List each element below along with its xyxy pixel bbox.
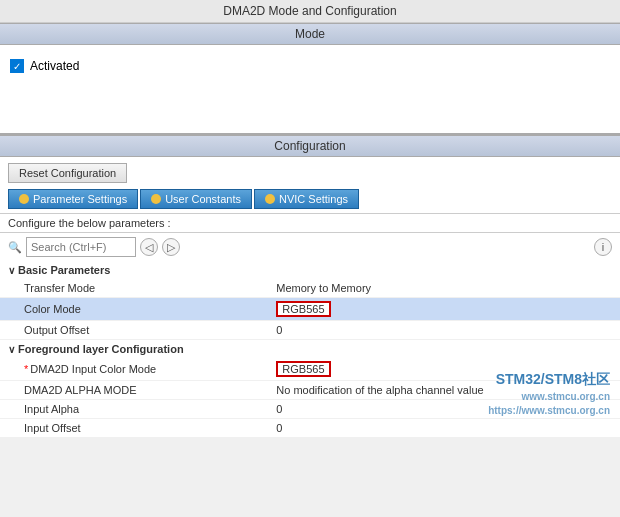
tab-user-constants[interactable]: User Constants <box>140 189 252 209</box>
tab-label-user-constants: User Constants <box>165 193 241 205</box>
param-name: Output Offset <box>0 321 252 340</box>
watermark: STM32/STM8社区 www.stmcu.org.cn https://ww… <box>488 370 610 418</box>
param-value-box: RGB565 <box>276 301 330 317</box>
next-arrow-button[interactable]: ▷ <box>162 238 180 256</box>
tab-label-parameter-settings: Parameter Settings <box>33 193 127 205</box>
info-icon[interactable]: i <box>594 238 612 256</box>
param-value-box: RGB565 <box>276 361 330 377</box>
reset-configuration-button[interactable]: Reset Configuration <box>8 163 127 183</box>
table-row: Input Offset0 <box>0 419 620 438</box>
config-section: Reset Configuration Parameter Settings U… <box>0 157 620 438</box>
watermark-url: https://www.stmcu.org.cn <box>488 404 610 418</box>
search-icon: 🔍 <box>8 241 22 254</box>
group-toggle[interactable]: ∨ <box>8 265 15 276</box>
search-row: 🔍 ◁ ▷ i <box>0 233 620 261</box>
activated-label: Activated <box>30 59 79 73</box>
reset-button-wrap: Reset Configuration <box>0 157 620 189</box>
tab-dot-user-constants <box>151 194 161 204</box>
mode-section-header: Mode <box>0 23 620 45</box>
param-name: Transfer Mode <box>0 279 252 298</box>
tab-label-nvic-settings: NVIC Settings <box>279 193 348 205</box>
page-title: DMA2D Mode and Configuration <box>0 0 620 23</box>
param-value: Memory to Memory <box>252 279 620 298</box>
activated-checkbox[interactable]: ✓ <box>10 59 24 73</box>
config-section-header: Configuration <box>0 135 620 157</box>
param-value: RGB565 <box>252 298 620 321</box>
param-value: 0 <box>252 419 620 438</box>
tab-dot-parameter-settings <box>19 194 29 204</box>
tabs-row: Parameter Settings User Constants NVIC S… <box>0 189 620 213</box>
param-name: DMA2D ALPHA MODE <box>0 381 252 400</box>
tab-dot-nvic-settings <box>265 194 275 204</box>
tab-nvic-settings[interactable]: NVIC Settings <box>254 189 359 209</box>
param-name: Input Alpha <box>0 400 252 419</box>
params-area: ∨Basic ParametersTransfer ModeMemory to … <box>0 261 620 438</box>
group-header-basic-parameters: ∨Basic Parameters <box>0 261 620 279</box>
prev-arrow-button[interactable]: ◁ <box>140 238 158 256</box>
param-name: *DMA2D Input Color Mode <box>0 358 252 381</box>
configure-text: Configure the below parameters : <box>0 213 620 233</box>
watermark-line2: www.stmcu.org.cn <box>488 390 610 404</box>
table-row: Color ModeRGB565 <box>0 298 620 321</box>
param-name: Input Offset <box>0 419 252 438</box>
search-input[interactable] <box>26 237 136 257</box>
table-row: Output Offset0 <box>0 321 620 340</box>
group-toggle[interactable]: ∨ <box>8 344 15 355</box>
mode-section: ✓ Activated <box>0 45 620 135</box>
tab-parameter-settings[interactable]: Parameter Settings <box>8 189 138 209</box>
param-name: Color Mode <box>0 298 252 321</box>
group-header-foreground-layer-config: ∨Foreground layer Configuration <box>0 340 620 359</box>
watermark-line1: STM32/STM8社区 <box>488 370 610 390</box>
param-value: 0 <box>252 321 620 340</box>
required-asterisk: * <box>24 363 28 375</box>
table-row: Transfer ModeMemory to Memory <box>0 279 620 298</box>
activated-row: ✓ Activated <box>10 59 610 73</box>
